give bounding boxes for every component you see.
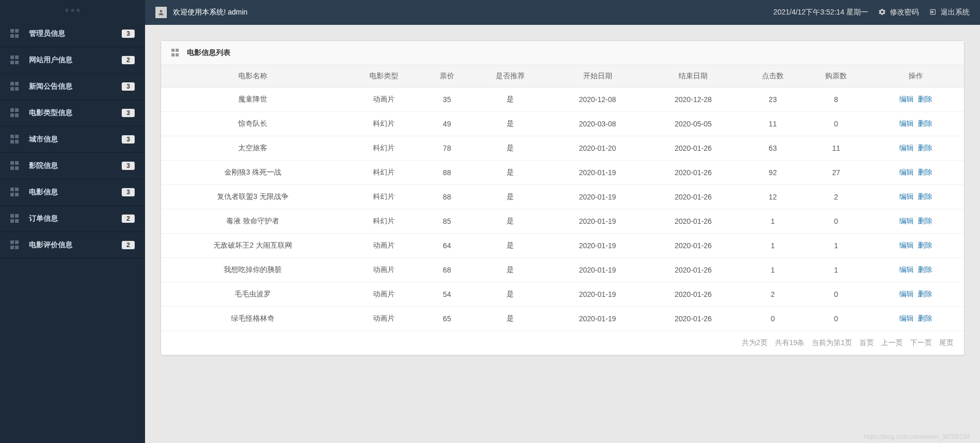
sidebar-item-5[interactable]: 影院信息 3 xyxy=(0,153,145,179)
cell: 2020-01-20 xyxy=(550,136,645,161)
cell: 动画片 xyxy=(344,258,423,282)
cell: 0 xyxy=(804,282,868,307)
sidebar-item-0[interactable]: 管理员信息 3 xyxy=(0,21,145,47)
grid-icon xyxy=(10,188,20,197)
cell: 是 xyxy=(471,258,550,282)
sidebar-item-label: 影院信息 xyxy=(29,161,122,170)
edit-link[interactable]: 编辑 xyxy=(899,265,914,274)
svg-point-0 xyxy=(160,10,163,12)
delete-link[interactable]: 删除 xyxy=(918,168,932,176)
main: 欢迎使用本系统! admin 2021/4/12下午3:52:14 星期一 修改… xyxy=(145,0,980,443)
sidebar-item-badge: 3 xyxy=(122,82,135,91)
change-password-label: 修改密码 xyxy=(890,8,919,17)
cell: 12 xyxy=(741,185,804,209)
welcome-text: 欢迎使用本系统! admin xyxy=(173,8,773,17)
sidebar-item-3[interactable]: 电影类型信息 3 xyxy=(0,100,145,126)
change-password-link[interactable]: 修改密码 xyxy=(878,8,919,17)
cell: 复仇者联盟3 无限战争 xyxy=(161,185,344,209)
action-cell: 编辑删除 xyxy=(868,88,964,112)
sidebar-dots xyxy=(0,0,145,21)
cell: 2020-01-19 xyxy=(550,234,645,258)
cell: 是 xyxy=(471,185,550,209)
cell: 太空旅客 xyxy=(161,136,344,161)
sidebar-item-1[interactable]: 网站用户信息 2 xyxy=(0,47,145,74)
cell: 科幻片 xyxy=(344,161,423,185)
sidebar-item-badge: 2 xyxy=(122,241,135,249)
cell: 毒液 致命守护者 xyxy=(161,209,344,234)
delete-link[interactable]: 删除 xyxy=(918,192,932,201)
watermark: https://blog.csdn.net/weixin_39705134 xyxy=(864,433,970,440)
action-cell: 编辑删除 xyxy=(868,258,964,282)
delete-link[interactable]: 删除 xyxy=(918,119,932,127)
edit-link[interactable]: 编辑 xyxy=(899,95,914,103)
last-page-link[interactable]: 尾页 xyxy=(939,338,954,348)
cell: 1 xyxy=(741,234,804,258)
grid-icon xyxy=(10,135,20,144)
edit-link[interactable]: 编辑 xyxy=(899,168,914,176)
panel-header: 电影信息列表 xyxy=(161,41,964,65)
first-page-link[interactable]: 首页 xyxy=(859,338,874,348)
sidebar-item-6[interactable]: 电影信息 3 xyxy=(0,179,145,206)
column-header-8: 操作 xyxy=(868,65,964,88)
clock: 2021/4/12下午3:52:14 星期一 xyxy=(773,8,868,17)
cell: 科幻片 xyxy=(344,209,423,234)
sidebar-item-badge: 3 xyxy=(122,135,135,144)
cell: 0 xyxy=(741,307,804,331)
edit-link[interactable]: 编辑 xyxy=(899,119,914,127)
edit-link[interactable]: 编辑 xyxy=(899,241,914,249)
cell: 是 xyxy=(471,88,550,112)
next-page-link[interactable]: 下一页 xyxy=(910,338,932,348)
cell: 2020-01-26 xyxy=(645,234,741,258)
cell: 是 xyxy=(471,234,550,258)
table-row: 毛毛虫波罗动画片54是2020-01-192020-01-2620编辑删除 xyxy=(161,282,964,307)
sidebar-item-2[interactable]: 新闻公告信息 3 xyxy=(0,74,145,100)
table-row: 金刚狼3 殊死一战科幻片88是2020-01-192020-01-269227编… xyxy=(161,161,964,185)
prev-page-link[interactable]: 上一页 xyxy=(881,338,903,348)
cell: 2 xyxy=(741,282,804,307)
action-cell: 编辑删除 xyxy=(868,112,964,136)
delete-link[interactable]: 删除 xyxy=(918,290,932,298)
sidebar-item-7[interactable]: 订单信息 2 xyxy=(0,206,145,232)
cell: 绿毛怪格林奇 xyxy=(161,307,344,331)
sidebar-item-4[interactable]: 城市信息 3 xyxy=(0,126,145,153)
action-cell: 编辑删除 xyxy=(868,307,964,331)
cell: 2020-01-26 xyxy=(645,185,741,209)
column-header-3: 是否推荐 xyxy=(471,65,550,88)
edit-link[interactable]: 编辑 xyxy=(899,217,914,225)
delete-link[interactable]: 删除 xyxy=(918,314,932,322)
sidebar-item-badge: 3 xyxy=(122,188,135,196)
grid-icon xyxy=(171,49,180,57)
edit-link[interactable]: 编辑 xyxy=(899,314,914,322)
cell: 63 xyxy=(741,136,804,161)
cell: 2020-01-19 xyxy=(550,258,645,282)
cell: 2020-01-26 xyxy=(645,282,741,307)
cell: 27 xyxy=(804,161,868,185)
grid-icon xyxy=(10,82,20,91)
delete-link[interactable]: 删除 xyxy=(918,217,932,225)
sidebar-item-label: 电影评价信息 xyxy=(29,240,122,250)
delete-link[interactable]: 删除 xyxy=(918,95,932,103)
sidebar-item-label: 城市信息 xyxy=(29,135,122,144)
cell: 毛毛虫波罗 xyxy=(161,282,344,307)
cell: 2020-01-19 xyxy=(550,185,645,209)
sidebar-item-label: 网站用户信息 xyxy=(29,55,122,65)
edit-link[interactable]: 编辑 xyxy=(899,290,914,298)
logout-link[interactable]: 退出系统 xyxy=(929,8,970,17)
cell: 49 xyxy=(423,112,471,136)
delete-link[interactable]: 删除 xyxy=(918,144,932,152)
cell: 动画片 xyxy=(344,234,423,258)
avatar-icon xyxy=(155,7,167,18)
panel: 电影信息列表 电影名称电影类型票价是否推荐开始日期结束日期点击数购票数操作 魔童… xyxy=(161,40,964,355)
table-row: 魔童降世动画片35是2020-12-082020-12-28238编辑删除 xyxy=(161,88,964,112)
delete-link[interactable]: 删除 xyxy=(918,241,932,249)
cell: 2020-01-19 xyxy=(550,209,645,234)
cell: 2020-01-26 xyxy=(645,136,741,161)
delete-link[interactable]: 删除 xyxy=(918,265,932,274)
sidebar-item-8[interactable]: 电影评价信息 2 xyxy=(0,232,145,259)
edit-link[interactable]: 编辑 xyxy=(899,144,914,152)
cell: 惊奇队长 xyxy=(161,112,344,136)
cell: 是 xyxy=(471,307,550,331)
edit-link[interactable]: 编辑 xyxy=(899,192,914,201)
total-items: 共有19条 xyxy=(775,338,805,348)
cell: 2020-03-08 xyxy=(550,112,645,136)
